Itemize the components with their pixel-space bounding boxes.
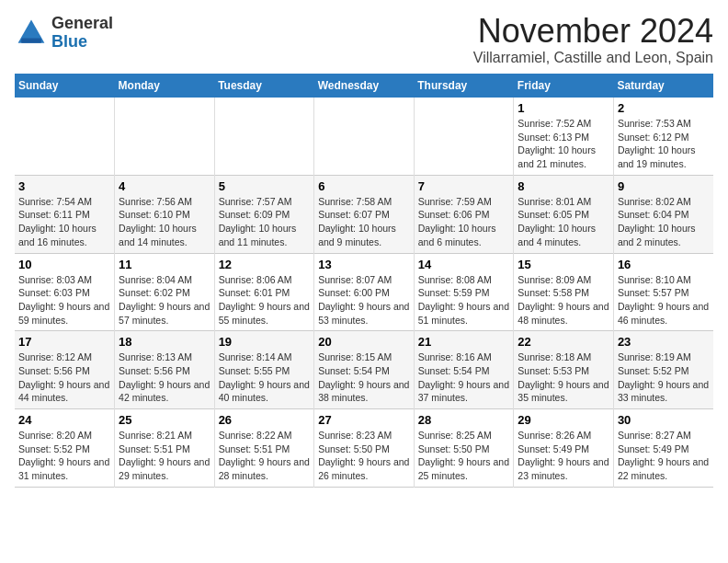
calendar-cell: 17Sunrise: 8:12 AM Sunset: 5:56 PM Dayli… xyxy=(15,331,115,409)
calendar-cell: 7Sunrise: 7:59 AM Sunset: 6:06 PM Daylig… xyxy=(414,175,514,253)
day-number: 30 xyxy=(618,413,710,427)
day-number: 3 xyxy=(18,179,110,193)
calendar-cell: 2Sunrise: 7:53 AM Sunset: 6:12 PM Daylig… xyxy=(613,98,713,175)
title-area: November 2024 Villarramiel, Castille and… xyxy=(473,15,713,66)
logo-icon xyxy=(15,17,48,50)
day-number: 27 xyxy=(318,413,410,427)
calendar-cell: 26Sunrise: 8:22 AM Sunset: 5:51 PM Dayli… xyxy=(214,409,314,488)
svg-rect-2 xyxy=(21,38,41,42)
day-info: Sunrise: 8:20 AM Sunset: 5:52 PM Dayligh… xyxy=(18,429,110,483)
day-info: Sunrise: 8:04 AM Sunset: 6:02 PM Dayligh… xyxy=(119,273,210,327)
day-number: 13 xyxy=(318,258,410,271)
calendar-cell: 14Sunrise: 8:08 AM Sunset: 5:59 PM Dayli… xyxy=(414,253,514,331)
day-number: 17 xyxy=(18,335,110,349)
day-info: Sunrise: 8:27 AM Sunset: 5:49 PM Dayligh… xyxy=(618,429,710,483)
calendar-cell: 6Sunrise: 7:58 AM Sunset: 6:07 PM Daylig… xyxy=(314,175,415,253)
day-number: 28 xyxy=(418,413,510,427)
calendar-cell: 23Sunrise: 8:19 AM Sunset: 5:52 PM Dayli… xyxy=(613,331,713,409)
calendar-cell: 19Sunrise: 8:14 AM Sunset: 5:55 PM Dayli… xyxy=(214,331,314,409)
calendar-cell: 9Sunrise: 8:02 AM Sunset: 6:04 PM Daylig… xyxy=(613,175,713,253)
day-number: 5 xyxy=(219,179,311,193)
day-info: Sunrise: 7:57 AM Sunset: 6:09 PM Dayligh… xyxy=(219,195,311,249)
calendar-cell: 28Sunrise: 8:25 AM Sunset: 5:50 PM Dayli… xyxy=(414,409,514,488)
calendar-table: SundayMondayTuesdayWednesdayThursdayFrid… xyxy=(15,74,713,488)
day-info: Sunrise: 8:07 AM Sunset: 6:00 PM Dayligh… xyxy=(318,273,410,327)
calendar-cell: 4Sunrise: 7:56 AM Sunset: 6:10 PM Daylig… xyxy=(115,175,215,253)
day-number: 25 xyxy=(119,413,210,427)
day-info: Sunrise: 8:21 AM Sunset: 5:51 PM Dayligh… xyxy=(119,429,210,483)
logo-general: General xyxy=(51,14,113,32)
day-number: 26 xyxy=(219,413,311,427)
day-number: 6 xyxy=(318,179,410,193)
day-number: 9 xyxy=(618,179,710,193)
weekday-header: Friday xyxy=(514,74,614,98)
day-number: 7 xyxy=(418,179,510,193)
weekday-header: Saturday xyxy=(613,74,713,98)
calendar-cell: 16Sunrise: 8:10 AM Sunset: 5:57 PM Dayli… xyxy=(613,253,713,331)
weekday-header: Thursday xyxy=(414,74,514,98)
day-number: 21 xyxy=(418,335,510,349)
calendar-cell: 30Sunrise: 8:27 AM Sunset: 5:49 PM Dayli… xyxy=(613,409,713,488)
calendar-header-row: SundayMondayTuesdayWednesdayThursdayFrid… xyxy=(15,74,713,98)
day-info: Sunrise: 7:52 AM Sunset: 6:13 PM Dayligh… xyxy=(518,117,609,171)
day-info: Sunrise: 8:19 AM Sunset: 5:52 PM Dayligh… xyxy=(618,350,710,405)
calendar-cell xyxy=(214,98,314,175)
calendar-cell xyxy=(314,98,415,175)
calendar-cell: 5Sunrise: 7:57 AM Sunset: 6:09 PM Daylig… xyxy=(214,175,314,253)
day-info: Sunrise: 8:14 AM Sunset: 5:55 PM Dayligh… xyxy=(219,350,311,405)
calendar-cell xyxy=(414,98,514,175)
day-info: Sunrise: 8:18 AM Sunset: 5:53 PM Dayligh… xyxy=(518,350,609,405)
logo: General Blue xyxy=(15,15,113,52)
calendar-cell: 20Sunrise: 8:15 AM Sunset: 5:54 PM Dayli… xyxy=(314,331,415,409)
day-info: Sunrise: 8:25 AM Sunset: 5:50 PM Dayligh… xyxy=(418,429,510,483)
page-header: General Blue November 2024 Villarramiel,… xyxy=(15,15,713,66)
calendar-cell: 22Sunrise: 8:18 AM Sunset: 5:53 PM Dayli… xyxy=(514,331,614,409)
day-number: 8 xyxy=(518,179,609,193)
calendar-row: 3Sunrise: 7:54 AM Sunset: 6:11 PM Daylig… xyxy=(15,175,713,253)
day-info: Sunrise: 8:09 AM Sunset: 5:58 PM Dayligh… xyxy=(518,273,609,327)
weekday-header: Sunday xyxy=(15,74,115,98)
day-info: Sunrise: 8:13 AM Sunset: 5:56 PM Dayligh… xyxy=(119,350,210,405)
day-number: 2 xyxy=(618,101,710,115)
day-number: 12 xyxy=(219,258,311,271)
day-number: 16 xyxy=(618,258,710,271)
day-number: 14 xyxy=(418,258,510,271)
day-info: Sunrise: 7:58 AM Sunset: 6:07 PM Dayligh… xyxy=(318,195,410,249)
calendar-cell: 1Sunrise: 7:52 AM Sunset: 6:13 PM Daylig… xyxy=(514,98,614,175)
calendar-cell: 29Sunrise: 8:26 AM Sunset: 5:49 PM Dayli… xyxy=(514,409,614,488)
weekday-header: Tuesday xyxy=(214,74,314,98)
day-number: 19 xyxy=(219,335,311,349)
calendar-cell: 3Sunrise: 7:54 AM Sunset: 6:11 PM Daylig… xyxy=(15,175,115,253)
calendar-cell: 12Sunrise: 8:06 AM Sunset: 6:01 PM Dayli… xyxy=(214,253,314,331)
day-number: 11 xyxy=(119,258,210,271)
calendar-cell: 27Sunrise: 8:23 AM Sunset: 5:50 PM Dayli… xyxy=(314,409,415,488)
day-info: Sunrise: 8:16 AM Sunset: 5:54 PM Dayligh… xyxy=(418,350,510,405)
calendar-cell: 15Sunrise: 8:09 AM Sunset: 5:58 PM Dayli… xyxy=(514,253,614,331)
day-number: 4 xyxy=(119,179,210,193)
day-info: Sunrise: 8:10 AM Sunset: 5:57 PM Dayligh… xyxy=(618,273,710,327)
day-info: Sunrise: 8:23 AM Sunset: 5:50 PM Dayligh… xyxy=(318,429,410,483)
calendar-cell: 8Sunrise: 8:01 AM Sunset: 6:05 PM Daylig… xyxy=(514,175,614,253)
day-info: Sunrise: 8:26 AM Sunset: 5:49 PM Dayligh… xyxy=(518,429,609,483)
logo-text: General Blue xyxy=(51,15,113,52)
weekday-header: Wednesday xyxy=(314,74,415,98)
day-number: 18 xyxy=(119,335,210,349)
day-number: 23 xyxy=(618,335,710,349)
month-title: November 2024 xyxy=(473,15,713,48)
day-info: Sunrise: 8:03 AM Sunset: 6:03 PM Dayligh… xyxy=(18,273,110,327)
day-number: 10 xyxy=(18,258,110,271)
calendar-cell xyxy=(115,98,215,175)
calendar-cell xyxy=(15,98,115,175)
day-number: 22 xyxy=(518,335,609,349)
calendar-cell: 24Sunrise: 8:20 AM Sunset: 5:52 PM Dayli… xyxy=(15,409,115,488)
day-number: 24 xyxy=(18,413,110,427)
calendar-cell: 25Sunrise: 8:21 AM Sunset: 5:51 PM Dayli… xyxy=(115,409,215,488)
logo-blue: Blue xyxy=(51,32,87,51)
calendar-cell: 13Sunrise: 8:07 AM Sunset: 6:00 PM Dayli… xyxy=(314,253,415,331)
day-info: Sunrise: 8:15 AM Sunset: 5:54 PM Dayligh… xyxy=(318,350,410,405)
weekday-header: Monday xyxy=(115,74,215,98)
calendar-row: 17Sunrise: 8:12 AM Sunset: 5:56 PM Dayli… xyxy=(15,331,713,409)
day-number: 1 xyxy=(518,101,609,115)
calendar-cell: 10Sunrise: 8:03 AM Sunset: 6:03 PM Dayli… xyxy=(15,253,115,331)
calendar-row: 1Sunrise: 7:52 AM Sunset: 6:13 PM Daylig… xyxy=(15,98,713,175)
